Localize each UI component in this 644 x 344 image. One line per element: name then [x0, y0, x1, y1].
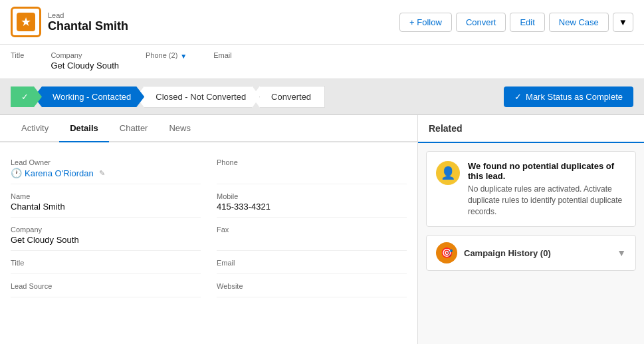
email-field: Email — [213, 51, 232, 61]
duplicate-card: 👤 We found no potential duplicates of th… — [426, 151, 636, 227]
mark-complete-check-icon: ✓ — [514, 92, 522, 102]
left-panel: Activity Details Chatter News Lead Owner… — [0, 115, 418, 344]
convert-button[interactable]: Convert — [456, 13, 506, 32]
mark-complete-button[interactable]: ✓ Mark Status as Complete — [504, 86, 633, 107]
page-header: ★ Lead Chantal Smith + Follow Convert Ed… — [0, 0, 644, 45]
lead-owner-field: Lead Owner 🕐 Karena O'Riordan ✎ — [11, 153, 201, 184]
email-label: Email — [213, 51, 232, 59]
form-body: Lead Owner 🕐 Karena O'Riordan ✎ Phone ✎ … — [0, 142, 417, 344]
right-panel: Related 👤 We found no potential duplicat… — [418, 115, 644, 344]
company-label: Company — [51, 51, 119, 59]
email-field-form: Email ✎ — [217, 254, 407, 274]
phone-field-label: Phone — [217, 158, 407, 166]
website-label: Website — [217, 282, 407, 290]
title-field-label: Title — [11, 259, 201, 267]
status-bar: ✓ Working - Contacted Closed - Not Conve… — [0, 79, 644, 115]
phone-dropdown-icon[interactable]: ▼ — [180, 53, 187, 60]
campaign-chevron-icon[interactable]: ▼ — [617, 248, 626, 258]
fields-row: Title Company Get Cloudy South Phone (2)… — [11, 51, 633, 71]
tab-activity[interactable]: Activity — [11, 115, 59, 142]
duplicate-icon: 👤 — [436, 161, 460, 185]
step-working-contacted[interactable]: Working - Contacted — [34, 86, 144, 107]
form-row-owner-phone: Lead Owner 🕐 Karena O'Riordan ✎ Phone ✎ — [11, 153, 407, 184]
status-steps: ✓ Working - Contacted Closed - Not Conve… — [11, 86, 496, 108]
mobile-value: 415-333-4321 — [217, 202, 407, 212]
mobile-field: Mobile 415-333-4321 ✎ — [217, 187, 407, 218]
form-row-leadsource-website: Lead Source ✎ Website ✎ — [11, 277, 407, 297]
new-case-button[interactable]: New Case — [549, 13, 609, 32]
tabs: Activity Details Chatter News — [0, 115, 417, 142]
title-field: Title — [11, 51, 24, 61]
related-body: 👤 We found no potential duplicates of th… — [418, 143, 644, 279]
edit-button[interactable]: Edit — [510, 13, 544, 32]
duplicate-title: We found no potential duplicates of this… — [468, 161, 626, 181]
name-value: Chantal Smith — [11, 202, 201, 212]
step-closed-not-converted[interactable]: Closed - Not Converted — [136, 86, 260, 108]
related-title: Related — [429, 123, 463, 134]
header-actions: + Follow Convert Edit New Case ▼ — [399, 13, 633, 32]
phone-label: Phone (2) — [146, 51, 177, 59]
lead-name: Chantal Smith — [48, 19, 128, 33]
step-completed[interactable]: ✓ — [11, 86, 42, 107]
follow-button[interactable]: + Follow — [399, 13, 452, 32]
lead-info: Lead Chantal Smith — [48, 11, 128, 33]
more-actions-button[interactable]: ▼ — [613, 13, 633, 32]
lead-owner-label: Lead Owner — [11, 158, 201, 166]
phone-field: Phone (2) ▼ — [146, 51, 187, 61]
mark-complete-label: Mark Status as Complete — [526, 92, 623, 102]
lead-owner-value[interactable]: 🕐 Karena O'Riordan ✎ — [11, 168, 201, 178]
campaign-icon: 🎯 — [436, 242, 457, 263]
company-value: Get Cloudy South — [51, 61, 119, 71]
campaign-history-card[interactable]: 🎯 Campaign History (0) ▼ — [426, 235, 636, 271]
name-label: Name — [11, 192, 201, 200]
fax-field: Fax ✎ — [217, 220, 407, 251]
company-field-form: Company Get Cloudy South ✎ — [11, 220, 201, 251]
phone-field-form: Phone ✎ — [217, 153, 407, 184]
name-field: Name Chantal Smith ✎ — [11, 187, 201, 218]
lead-source-field: Lead Source ✎ — [11, 277, 201, 297]
lead-source-label: Lead Source — [11, 282, 201, 290]
lead-icon-wrap: ★ — [11, 7, 41, 37]
tab-news[interactable]: News — [158, 115, 201, 142]
mobile-label: Mobile — [217, 192, 407, 200]
lead-icon: ★ — [17, 13, 35, 31]
main-content: Activity Details Chatter News Lead Owner… — [0, 115, 644, 344]
form-row-company-fax: Company Get Cloudy South ✎ Fax ✎ — [11, 220, 407, 251]
title-field-form: Title ✎ — [11, 254, 201, 274]
duplicate-text: We found no potential duplicates of this… — [468, 161, 626, 217]
title-label: Title — [11, 51, 24, 59]
email-field-label: Email — [217, 259, 407, 267]
website-field: Website ✎ — [217, 277, 407, 297]
header-left: ★ Lead Chantal Smith — [11, 7, 128, 37]
related-header: Related — [418, 115, 644, 143]
phone-row: Phone (2) ▼ — [146, 51, 187, 61]
step-converted[interactable]: Converted — [252, 86, 325, 108]
company-field-label: Company — [11, 226, 201, 234]
owner-edit-icon[interactable]: ✎ — [99, 169, 105, 178]
company-field: Company Get Cloudy South — [51, 51, 119, 71]
campaign-title: Campaign History (0) — [464, 248, 610, 258]
fax-label: Fax — [217, 226, 407, 234]
checkmark-icon: ✓ — [21, 92, 29, 102]
form-row-name-mobile: Name Chantal Smith ✎ Mobile 415-333-4321… — [11, 187, 407, 218]
subheader: Title Company Get Cloudy South Phone (2)… — [0, 45, 644, 79]
tab-chatter[interactable]: Chatter — [109, 115, 159, 142]
form-row-title-email: Title ✎ Email ✎ — [11, 254, 407, 274]
tab-details[interactable]: Details — [59, 115, 109, 142]
company-field-value: Get Cloudy South — [11, 235, 201, 245]
lead-type-label: Lead — [48, 11, 128, 19]
duplicate-body: No duplicate rules are activated. Activa… — [468, 184, 626, 217]
